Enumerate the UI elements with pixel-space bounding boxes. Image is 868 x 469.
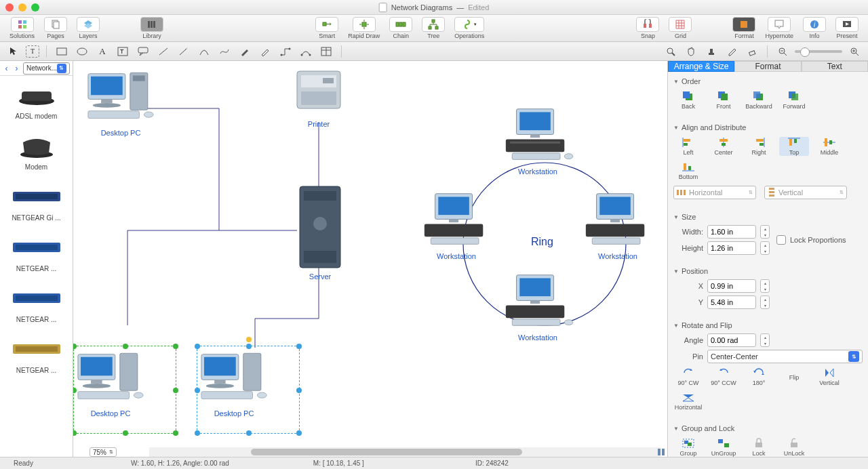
pointer-tool[interactable] — [5, 45, 22, 58]
text-frame-tool[interactable]: T — [115, 45, 131, 58]
x-stepper[interactable]: ▴▾ — [760, 279, 770, 293]
node-printer[interactable]: Printer — [292, 64, 346, 128]
group-header[interactable]: ▼Group and Lock — [673, 422, 863, 435]
eyedropper-tool[interactable] — [724, 45, 740, 58]
angle-input[interactable] — [707, 333, 756, 347]
pages-button[interactable]: Pages — [40, 16, 71, 41]
order-header[interactable]: ▼Order — [673, 75, 863, 88]
align-bottom-button[interactable]: Bottom — [673, 161, 703, 180]
grid-button[interactable]: Grid — [665, 16, 696, 41]
align-left-button[interactable]: Left — [673, 137, 703, 156]
stamp-tool[interactable] — [703, 45, 719, 58]
stencil-modem[interactable]: Modem — [0, 127, 73, 178]
pen-tool[interactable] — [237, 45, 253, 58]
flip-horizontal-button[interactable]: Horizontal — [673, 392, 703, 411]
node-desktop-pc-2[interactable]: Desktop PC — [73, 347, 148, 417]
width-stepper[interactable]: ▴▾ — [760, 225, 770, 239]
zoom-in-icon[interactable] — [846, 45, 863, 58]
zoom-out-icon[interactable] — [774, 45, 791, 58]
order-forward-button[interactable]: Forward — [779, 91, 809, 110]
lib-next-button[interactable]: › — [13, 64, 20, 73]
arc-tool[interactable] — [196, 45, 212, 58]
minimize-icon[interactable] — [18, 3, 26, 12]
ungroup-button[interactable]: UnGroup — [709, 438, 738, 457]
stencil-netgear-1[interactable]: NETGEAR Gi ... — [0, 178, 73, 228]
line-tool[interactable] — [155, 45, 172, 58]
operations-button[interactable]: ▾Operations — [450, 16, 488, 41]
stencil-netgear-3[interactable]: NETGEAR ... — [0, 279, 73, 330]
zoom-icon[interactable] — [31, 3, 39, 12]
position-header[interactable]: ▼Position — [673, 264, 863, 278]
height-stepper[interactable]: ▴▾ — [760, 241, 770, 255]
stencil-netgear-2[interactable]: NETGEAR ... — [0, 228, 73, 279]
order-front-button[interactable]: Front — [709, 91, 738, 110]
y-input[interactable] — [707, 295, 756, 309]
rotate-ccw-button[interactable]: 90° CCW — [709, 367, 738, 386]
tab-text[interactable]: Text — [802, 61, 868, 72]
chain-button[interactable]: Chain — [385, 16, 416, 41]
pencil-tool[interactable] — [257, 45, 273, 58]
present-button[interactable]: Present — [831, 16, 863, 41]
rotate-header[interactable]: ▼Rotate and Flip — [673, 319, 863, 332]
canvas[interactable]: Desktop PC Printer Server Workstation Wo… — [73, 61, 667, 457]
node-workstation-left[interactable]: Workstation — [419, 190, 494, 260]
height-input[interactable] — [707, 241, 756, 255]
order-backward-button[interactable]: Backward — [744, 91, 774, 110]
distribute-horizontal-select[interactable]: Horizontal⇅ — [673, 186, 756, 199]
page-nav-icon[interactable] — [656, 447, 666, 457]
horizontal-scrollbar[interactable] — [149, 447, 660, 457]
snap-button[interactable]: Snap — [632, 16, 663, 41]
unlock-button[interactable]: UnLock — [779, 438, 809, 457]
align-middle-button[interactable]: Middle — [814, 137, 844, 156]
layers-button[interactable]: Layers — [73, 16, 104, 41]
table-tool[interactable] — [318, 45, 334, 58]
size-header[interactable]: ▼Size — [673, 210, 863, 224]
rotate-cw-button[interactable]: 90° CW — [673, 367, 703, 386]
connector-tool[interactable] — [277, 45, 294, 58]
smart-connector-tool[interactable] — [298, 45, 314, 58]
node-desktop-pc-3[interactable]: Desktop PC — [197, 347, 271, 417]
smart-button[interactable]: Smart — [311, 16, 342, 41]
zoom-select[interactable]: 75%⇅ — [90, 447, 117, 457]
library-select[interactable]: Network... ⇅ — [23, 62, 70, 75]
lib-prev-button[interactable]: ‹ — [3, 64, 10, 73]
lock-button[interactable]: Lock — [744, 438, 774, 457]
rapid-draw-button[interactable]: Rapid Draw — [344, 16, 384, 41]
node-workstation-bottom[interactable]: Workstation — [500, 271, 575, 342]
zoom-slider[interactable] — [795, 50, 842, 53]
node-desktop-pc-1[interactable]: Desktop PC — [83, 66, 158, 137]
stencil-netgear-4[interactable]: NETGEAR ... — [0, 330, 73, 381]
callout-tool[interactable] — [135, 45, 151, 58]
zoom-tool[interactable] — [663, 45, 679, 58]
angle-stepper[interactable]: ▴▾ — [760, 333, 770, 347]
hypernote-button[interactable]: Hypernote — [761, 16, 797, 41]
distribute-vertical-select[interactable]: Vertical⇅ — [764, 186, 847, 199]
tab-arrange[interactable]: Arrange & Size — [668, 61, 734, 72]
y-stepper[interactable]: ▴▾ — [760, 295, 770, 309]
solutions-button[interactable]: Solutions — [5, 16, 39, 41]
rotate-180-button[interactable]: 180° — [744, 367, 774, 386]
flip-vertical-button[interactable]: Vertical — [814, 367, 844, 386]
eraser-tool[interactable] — [744, 45, 760, 58]
stencil-adsl-modem[interactable]: ADSL modem — [0, 76, 73, 127]
x-input[interactable] — [707, 279, 756, 293]
library-button[interactable]: Library — [136, 16, 167, 41]
pin-select[interactable]: Center-Center⇅ — [707, 350, 863, 363]
window-controls[interactable] — [5, 3, 39, 12]
info-button[interactable]: iInfo — [799, 16, 830, 41]
node-workstation-top[interactable]: Workstation — [500, 105, 575, 176]
text-tool[interactable]: T — [26, 45, 39, 58]
arrow-tool[interactable] — [176, 45, 192, 58]
format-button[interactable]: Format — [728, 16, 760, 41]
node-workstation-right[interactable]: Workstation — [580, 190, 655, 260]
ellipse-tool[interactable] — [74, 45, 90, 58]
align-center-button[interactable]: Center — [709, 137, 738, 156]
group-button[interactable]: Group — [673, 438, 703, 457]
align-header[interactable]: ▼Align and Distribute — [673, 121, 863, 134]
node-server[interactable]: Server — [293, 183, 347, 281]
rect-tool[interactable] — [54, 45, 70, 58]
align-right-button[interactable]: Right — [744, 137, 774, 156]
lock-proportions-checkbox[interactable]: Lock Proportions — [776, 235, 846, 245]
hand-tool[interactable] — [683, 45, 699, 58]
close-icon[interactable] — [5, 3, 14, 12]
